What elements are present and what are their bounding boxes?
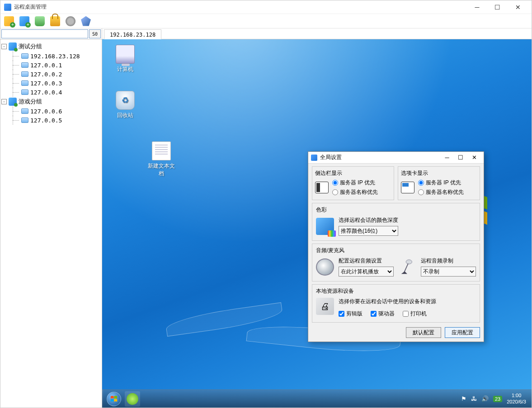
tree-item[interactable]: 127.0.0.2 xyxy=(1,70,101,79)
app-title: 远程桌面管理 xyxy=(14,3,467,11)
devices-icon xyxy=(316,298,334,315)
dialog-maximize-button[interactable]: ☐ xyxy=(454,153,467,163)
tab-display-icon xyxy=(401,182,414,193)
radio-sidebar-name[interactable]: 服务器名称优先 xyxy=(332,188,378,196)
desktop-icon-label: 计算机 xyxy=(109,66,141,73)
tab-active[interactable]: 192.168.23.128 xyxy=(104,29,161,39)
section-legend: 色彩 xyxy=(316,206,476,214)
group-icon xyxy=(9,42,17,51)
search-row: S0 xyxy=(0,28,102,40)
remote-desktop-view[interactable]: 计算机 回收站 新建文本文档 xyxy=(102,39,532,408)
monitor-plus-icon xyxy=(19,16,29,26)
new-host-button[interactable] xyxy=(19,15,30,27)
check-clipboard[interactable]: 剪辑版 xyxy=(339,310,363,318)
radio-sidebar-ip[interactable]: 服务器 IP 优先 xyxy=(332,179,378,187)
search-button[interactable]: S0 xyxy=(89,29,101,38)
tree-item[interactable]: 192.168.23.128 xyxy=(1,52,101,61)
content: 192.168.23.128 计算机 回收站 新建文本文档 xyxy=(102,28,532,408)
color-icon xyxy=(316,218,334,235)
gear-icon xyxy=(66,16,75,26)
tray-badge[interactable]: 23 xyxy=(493,396,502,402)
window-controls: ─ ☐ ✕ xyxy=(467,1,528,14)
start-button[interactable] xyxy=(105,390,123,408)
app-icon xyxy=(311,155,317,161)
collapse-icon[interactable]: − xyxy=(1,99,7,104)
desktop-icon-label: 回收站 xyxy=(109,112,141,119)
dialog-body: 侧边栏显示 服务器 IP 优先 服务器名称优先 xyxy=(308,164,484,342)
monitor-icon xyxy=(21,80,28,86)
microphone-icon xyxy=(398,258,416,276)
section-legend: 本地资源和设备 xyxy=(316,287,476,295)
tree-group: − 测试分组 192.168.23.128 127.0.0.1 127.0.0.… xyxy=(1,42,101,97)
monitor-icon xyxy=(21,89,28,95)
default-config-button[interactable]: 默认配置 xyxy=(406,327,441,338)
database-icon xyxy=(35,16,45,26)
svg-point-0 xyxy=(406,259,412,264)
monitor-icon xyxy=(21,71,28,77)
apply-config-button[interactable]: 应用配置 xyxy=(445,327,480,338)
audio-play-select[interactable]: 在此计算机播放 xyxy=(339,267,394,277)
clock-time: 1:00 xyxy=(507,393,526,399)
monitor-icon xyxy=(21,62,28,68)
monitor-icon xyxy=(21,53,28,59)
dialog-close-button[interactable]: ✕ xyxy=(467,153,481,163)
desktop-icon-recycle[interactable]: 回收站 xyxy=(109,91,141,119)
dialog-buttons: 默认配置 应用配置 xyxy=(312,325,480,338)
audio-record-select[interactable]: 不录制 xyxy=(421,267,476,277)
minimize-button[interactable]: ─ xyxy=(467,1,487,14)
lock-button[interactable] xyxy=(49,15,61,27)
sidebar-display-fieldset: 侧边栏显示 服务器 IP 优先 服务器名称优先 xyxy=(312,166,394,200)
windows-orb-icon xyxy=(107,392,121,406)
tree-item[interactable]: 127.0.0.3 xyxy=(1,79,101,88)
desktop-icon-label: 新建文本文档 xyxy=(146,162,177,178)
text-doc-icon xyxy=(152,141,171,160)
tray-network-icon[interactable]: 🖧 xyxy=(471,395,477,402)
check-drives[interactable]: 驱动器 xyxy=(371,310,395,318)
maximize-button[interactable]: ☐ xyxy=(487,1,508,14)
radio-tab-name[interactable]: 服务器名称优先 xyxy=(418,188,464,196)
lock-icon xyxy=(50,16,60,26)
tree-item[interactable]: 127.0.0.5 xyxy=(1,116,101,125)
dialog-minimize-button[interactable]: ─ xyxy=(440,153,454,163)
tree-group-header[interactable]: − 游戏分组 xyxy=(1,97,101,107)
taskbar-app-360[interactable] xyxy=(125,391,140,407)
gem-icon xyxy=(81,16,91,26)
section-legend: 音频/麦克风 xyxy=(316,247,476,254)
search-input[interactable] xyxy=(1,29,88,38)
desktop-icon-textdoc[interactable]: 新建文本文档 xyxy=(146,141,177,178)
tree-group-label: 测试分组 xyxy=(19,42,42,51)
tree-item[interactable]: 127.0.0.1 xyxy=(1,61,101,70)
collapse-icon[interactable]: − xyxy=(1,44,7,49)
tab-display-fieldset: 选项卡显示 服务器 IP 优先 服务器名称优先 xyxy=(398,166,480,200)
folder-plus-icon xyxy=(4,16,14,26)
global-settings-dialog: 全局设置 ─ ☐ ✕ 侧边栏显示 服务器 I xyxy=(308,151,484,342)
dialog-title-bar[interactable]: 全局设置 ─ ☐ ✕ xyxy=(308,152,484,164)
devices-desc: 选择你要在远程会话中使用的设备和资源 xyxy=(339,298,476,305)
sidebar-display-icon xyxy=(315,182,329,193)
taskbar-clock[interactable]: 1:00 2020/6/3 xyxy=(507,393,526,404)
monitor-icon xyxy=(21,117,28,123)
fieldset-legend: 侧边栏显示 xyxy=(315,169,391,177)
computer-icon xyxy=(116,45,135,64)
color-depth-select[interactable]: 推荐颜色(16位) xyxy=(339,226,398,236)
dialog-title: 全局设置 xyxy=(320,154,440,161)
tree-item[interactable]: 127.0.0.4 xyxy=(1,88,101,97)
desktop-icon-computer[interactable]: 计算机 xyxy=(109,45,141,73)
app-window: 远程桌面管理 ─ ☐ ✕ S0 − xyxy=(0,0,532,408)
audio-section: 音频/麦克风 配置远程音频设置 在此计算机播放 远程音频录制 xyxy=(312,244,480,281)
gem-button[interactable] xyxy=(80,15,92,27)
check-printers[interactable]: 打印机 xyxy=(403,310,427,318)
settings-button[interactable] xyxy=(65,15,76,27)
tree-group-header[interactable]: − 测试分组 xyxy=(1,42,101,52)
browser-360-icon xyxy=(127,393,138,405)
tree-item[interactable]: 127.0.0.6 xyxy=(1,107,101,116)
new-group-button[interactable] xyxy=(3,15,15,27)
title-bar: 远程桌面管理 ─ ☐ ✕ xyxy=(0,0,532,14)
tray-volume-icon[interactable]: 🔊 xyxy=(481,395,489,402)
database-button[interactable] xyxy=(34,15,46,27)
radio-tab-ip[interactable]: 服务器 IP 优先 xyxy=(418,179,464,187)
tab-bar: 192.168.23.128 xyxy=(102,28,532,39)
close-button[interactable]: ✕ xyxy=(508,1,528,14)
remote-taskbar: ⚑ 🖧 🔊 23 1:00 2020/6/3 xyxy=(102,389,532,408)
tray-flag-icon[interactable]: ⚑ xyxy=(461,395,466,402)
